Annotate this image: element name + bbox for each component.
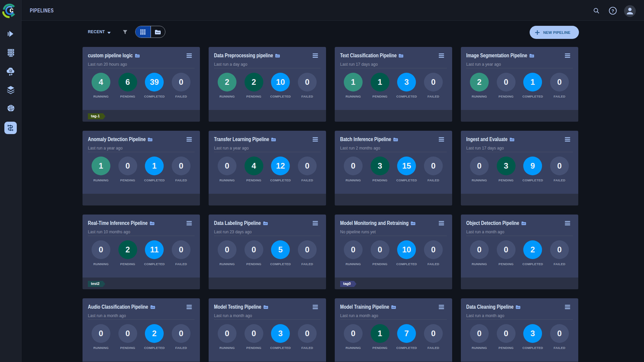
svg-text:?: ?: [611, 8, 614, 13]
svg-text:c: c: [9, 6, 13, 14]
